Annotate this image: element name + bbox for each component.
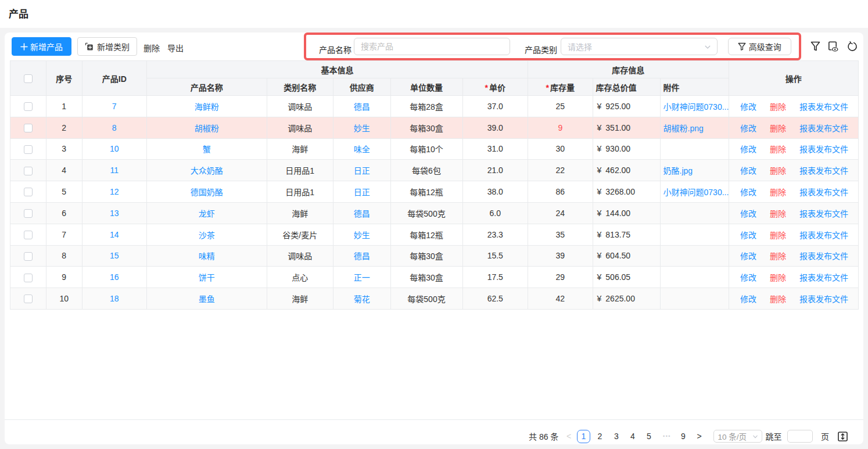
行5: 512德国奶酪日用品1日正每箱12瓶38.086¥ 3268.00小财神问题07… <box>10 181 859 203</box>
行7: 714沙茶谷类/麦片妙生每箱12瓶23.335¥ 813.75 修改删除报表发布… <box>10 224 859 245</box>
当前页[interactable]: 1 <box>577 430 591 443</box>
分页器: 共 86 条 < 1 2 3 4 5 ••• 9 > 10 条/页 跳至 页 <box>5 419 863 444</box>
表格工具图标 <box>806 37 863 56</box>
新增类别[interactable]: 新增类别 <box>77 37 137 56</box>
产品表格: 序号 产品ID 基本信息 库存信息 操作 产品名称 类别名称 供应商 单位数量 … <box>10 60 859 310</box>
高级查询[interactable]: 高级查询 <box>728 38 791 55</box>
行4: 411大众奶酪日用品1日正每袋6包21.022¥ 462.00奶酪.jpg 修改… <box>10 160 859 181</box>
内容区: 新增产品 新增类别 删除 导出 产品名称 产品类别 请选择 高级查询 <box>0 28 868 449</box>
行8: 815味精调味品德昌每箱30盒15.539¥ 604.50 修改删除报表发布文件 <box>10 245 859 267</box>
表格卡片: 新增产品 新增类别 删除 导出 产品名称 产品类别 请选择 高级查询 <box>5 33 863 444</box>
产品名称输入[interactable] <box>354 38 510 55</box>
行3: 310蟹海鲜味全每箱10个31.030¥ 930.00 修改删除报表发布文件 <box>10 138 859 160</box>
行2: 28胡椒粉调味品妙生每箱30盒39.09¥ 351.00胡椒粉.png 修改删除… <box>10 117 859 138</box>
页面标题: 产品 <box>9 6 28 20</box>
行9: 916饼干点心正一每箱30盒17.529¥ 506.05 修改删除报表发布文件 <box>10 267 859 288</box>
产品类别选择[interactable]: 请选择 <box>561 38 718 55</box>
新增产品[interactable]: 新增产品 <box>12 37 71 56</box>
删除[interactable]: 删除 <box>144 42 160 53</box>
行1: 17海鲜粉调味品德昌每箱28盒37.025¥ 925.00小财神问题0730..… <box>10 96 859 117</box>
每页条数[interactable]: 10 条/页 <box>713 430 762 443</box>
导出[interactable]: 导出 <box>167 42 184 53</box>
行6: 613龙虾海鲜德昌每袋500克6.024¥ 144.00 修改删除报表发布文件 <box>10 202 859 224</box>
跳转页码[interactable] <box>787 430 813 443</box>
行10: 1018墨鱼海鲜菊花每袋500克62.542¥ 2625.00 修改删除报表发布… <box>10 288 859 310</box>
产品管理页面: 产品 新增产品 新增类别 删除 导出 产品名称 产品类别 请选择 高级查询 <box>0 0 868 449</box>
查询区域: 产品名称 产品类别 请选择 <box>304 33 801 60</box>
全选[interactable] <box>24 74 33 83</box>
